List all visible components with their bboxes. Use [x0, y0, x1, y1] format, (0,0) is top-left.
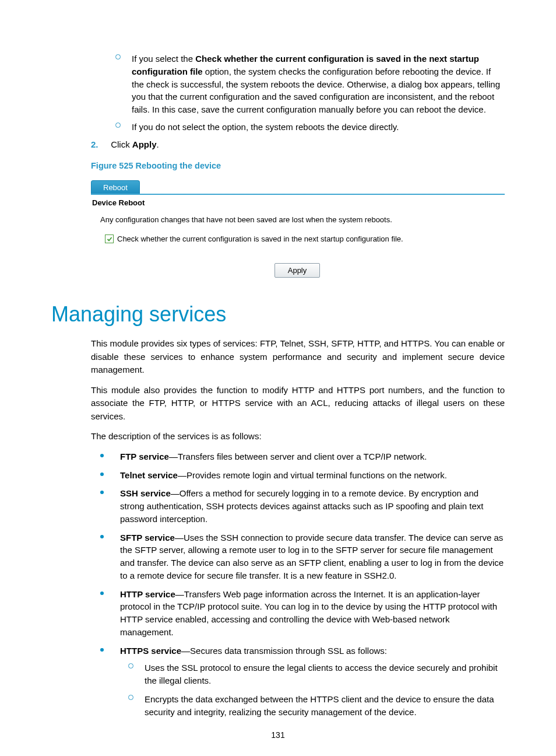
circle-icon — [128, 695, 133, 700]
list-item: FTP service—Transfers files between serv… — [97, 450, 505, 463]
text: SFTP service—Uses the SSH connection to … — [120, 533, 504, 580]
list-item: SSH service—Offers a method for securely… — [97, 487, 505, 525]
bullet-icon — [100, 454, 104, 457]
checkbox-label: Check whether the current configuration … — [117, 235, 403, 243]
step-number: 2. — [91, 138, 108, 151]
text: FTP service—Transfers files between serv… — [120, 452, 427, 461]
services-list: FTP service—Transfers files between serv… — [97, 450, 505, 719]
circle-icon — [115, 123, 121, 128]
text: SSH service—Offers a method for securely… — [120, 488, 483, 524]
sub-item: Uses the SSL protocol to ensure the lega… — [128, 662, 505, 687]
text: Telnet service—Provides remote login and… — [120, 470, 447, 480]
figure-warning: Any configuration changes that have not … — [100, 215, 499, 224]
text: HTTP service—Transfers Web page informat… — [120, 589, 497, 637]
sub-item: If you do not select the option, the sys… — [115, 121, 505, 134]
circle-icon — [115, 54, 121, 60]
figure-525: Reboot Device Reboot Any configuration c… — [91, 178, 505, 278]
bullet-icon — [100, 648, 104, 652]
tab-reboot[interactable]: Reboot — [91, 180, 140, 194]
paragraph: This module provides six types of servic… — [91, 337, 505, 377]
page-number: 131 — [0, 730, 556, 740]
bullet-icon — [100, 592, 104, 595]
text: Uses the SSL protocol to ensure the lega… — [145, 663, 498, 685]
list-item: Telnet service—Provides remote login and… — [97, 469, 505, 482]
sub-item: If you select the Check whether the curr… — [115, 52, 505, 116]
checkbox-icon[interactable] — [105, 235, 114, 243]
text: If you select the Check whether the curr… — [132, 54, 500, 114]
text: If you do not select the option, the sys… — [132, 122, 399, 132]
paragraph: The description of the services is as fo… — [91, 430, 505, 443]
list-item: HTTP service—Transfers Web page informat… — [97, 588, 505, 639]
bullet-icon — [100, 473, 104, 476]
bullet-icon — [100, 491, 104, 494]
apply-button[interactable]: Apply — [275, 263, 320, 278]
figure-caption: Figure 525 Rebooting the device — [91, 161, 505, 170]
figure-title: Device Reboot — [92, 198, 502, 207]
check-config-saved[interactable]: Check whether the current configuration … — [105, 235, 502, 243]
config-option-sublist: If you select the Check whether the curr… — [115, 52, 505, 134]
text: HTTPS service—Secures data transmission … — [120, 646, 387, 656]
list-item: HTTPS service—Secures data transmission … — [97, 645, 505, 719]
circle-icon — [128, 663, 133, 668]
https-sublist: Uses the SSL protocol to ensure the lega… — [128, 662, 505, 718]
list-item: SFTP service—Uses the SSH connection to … — [97, 531, 505, 582]
text: Encrypts the data exchanged between the … — [145, 694, 494, 717]
heading-managing-services: Managing services — [51, 302, 505, 327]
sub-item: Encrypts the data exchanged between the … — [128, 693, 505, 719]
step-text: Click Apply. — [111, 139, 159, 149]
step-2: 2. Click Apply. — [91, 138, 505, 151]
bullet-icon — [100, 535, 104, 538]
paragraph: This module also provides the function t… — [91, 384, 505, 424]
